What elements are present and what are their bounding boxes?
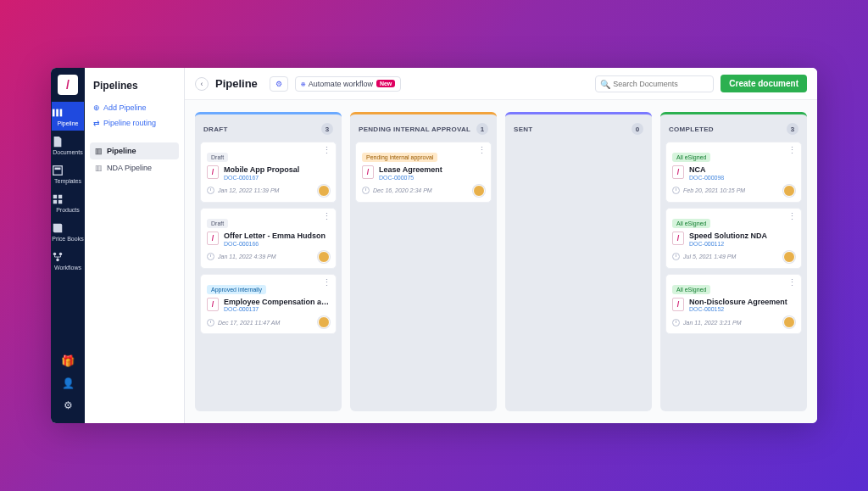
card-timestamp: Jan 11, 2022 3:21 PM	[683, 320, 742, 326]
svg-point-11	[57, 259, 60, 262]
card-menu-icon[interactable]: ⋮	[322, 279, 331, 286]
products-icon	[52, 193, 83, 205]
column-count: 3	[321, 123, 333, 135]
main-area: ‹ Pipeline ⚙ ⎈ Automate workflow New 🔍 C…	[185, 68, 817, 423]
settings-icon[interactable]: ⚙	[64, 399, 73, 411]
card-timestamp: Jan 12, 2022 11:39 PM	[218, 187, 279, 193]
assignee-avatar[interactable]	[783, 316, 795, 328]
rail-item-documents[interactable]: Documents	[52, 131, 83, 159]
rail-item-pipeline[interactable]: Pipeline	[52, 102, 83, 131]
card-menu-icon[interactable]: ⋮	[322, 147, 331, 153]
status-badge: Approved internally	[207, 285, 266, 294]
settings-button[interactable]: ⚙	[270, 76, 288, 92]
card-timestamp: Feb 20, 2021 10:15 PM	[683, 187, 745, 193]
svg-rect-5	[53, 195, 57, 198]
assignee-avatar[interactable]	[318, 185, 330, 197]
rail-item-label: Products	[56, 207, 80, 213]
status-badge: All eSigned	[672, 285, 710, 294]
assignee-avatar[interactable]	[473, 185, 485, 197]
nav-rail: / PipelineDocumentsTemplatesProductsPric…	[51, 68, 85, 423]
search-icon: 🔍	[600, 79, 610, 88]
sidebar-title: Pipelines	[93, 80, 175, 92]
svg-point-10	[59, 253, 63, 256]
document-card[interactable]: ⋮ Draft / Mobile App Proposal DOC-000167…	[200, 142, 337, 203]
sidebar-item-nda-pipeline[interactable]: ▥NDA Pipeline	[90, 159, 179, 176]
svg-rect-6	[58, 195, 62, 198]
documents-icon	[52, 136, 83, 148]
document-card[interactable]: ⋮ Pending internal approval / Lease Agre…	[355, 142, 492, 203]
gear-icon: ⚙	[275, 80, 282, 88]
column-header: SENT 0	[510, 120, 647, 142]
card-menu-icon[interactable]: ⋮	[787, 279, 797, 286]
card-timestamp: Jul 5, 2021 1:49 PM	[683, 254, 736, 259]
svg-rect-7	[53, 200, 57, 204]
document-card[interactable]: ⋮ Approved internally / Employee Compens…	[200, 274, 337, 335]
clock-icon	[672, 187, 680, 194]
assignee-avatar[interactable]	[783, 185, 795, 197]
card-menu-icon[interactable]: ⋮	[322, 213, 331, 220]
document-icon: /	[207, 232, 219, 245]
document-id: DOC-000075	[379, 175, 442, 181]
gift-icon[interactable]: 🎁	[61, 354, 75, 367]
kanban-board: DRAFT 3 ⋮ Draft / Mobile App Proposal DO…	[185, 100, 817, 423]
assignee-avatar[interactable]	[783, 251, 795, 263]
document-card[interactable]: ⋮ Draft / Offer Letter - Emma Hudson DOC…	[200, 208, 337, 269]
column-title: PENDING INTERNAL APPROVAL	[359, 126, 470, 133]
rail-item-label: Workflows	[54, 265, 81, 271]
sidebar-item-label: NDA Pipeline	[107, 164, 152, 172]
card-title: Employee Compensation and	[224, 298, 330, 307]
rail-item-workflows[interactable]: Workflows	[52, 246, 83, 275]
rail-item-pricebooks[interactable]: Price Books	[52, 217, 83, 246]
column-count: 1	[476, 123, 488, 135]
card-menu-icon[interactable]: ⋮	[787, 213, 797, 220]
column-header: COMPLETED 3	[665, 120, 802, 142]
rail-item-label: Templates	[54, 178, 81, 184]
create-document-button[interactable]: Create document	[721, 75, 807, 92]
pricebooks-icon	[52, 222, 83, 234]
add-pipeline-link[interactable]: ⊕ Add Pipeline	[90, 100, 179, 115]
app-logo[interactable]: /	[58, 75, 78, 95]
clock-icon	[207, 319, 214, 326]
rail-item-products[interactable]: Products	[52, 188, 83, 217]
column-draft: DRAFT 3 ⋮ Draft / Mobile App Proposal DO…	[195, 112, 342, 411]
svg-rect-8	[58, 200, 62, 204]
pipeline-routing-link[interactable]: ⇄ Pipeline routing	[90, 115, 179, 131]
column-title: COMPLETED	[669, 126, 714, 133]
automate-workflow-label: Automate workflow	[309, 80, 373, 88]
card-timestamp: Dec 17, 2021 11:47 AM	[218, 320, 280, 326]
rail-item-label: Documents	[53, 149, 82, 155]
card-title: Mobile App Proposal	[224, 165, 299, 175]
column-title: DRAFT	[203, 126, 228, 133]
document-id: DOC-000167	[224, 175, 299, 181]
status-badge: Draft	[207, 153, 228, 162]
sidebar: Pipelines ⊕ Add Pipeline ⇄ Pipeline rout…	[85, 68, 185, 423]
sidebar-item-label: Pipeline	[107, 147, 136, 155]
document-id: DOC-000098	[689, 175, 724, 181]
search-input[interactable]	[595, 75, 714, 92]
invite-icon[interactable]: 👤	[62, 377, 75, 389]
card-menu-icon[interactable]: ⋮	[477, 147, 487, 153]
pipeline-icon	[52, 107, 83, 119]
clock-icon	[362, 187, 370, 194]
card-menu-icon[interactable]: ⋮	[787, 147, 797, 153]
topbar: ‹ Pipeline ⚙ ⎈ Automate workflow New 🔍 C…	[185, 68, 817, 100]
automate-workflow-button[interactable]: ⎈ Automate workflow New	[295, 76, 401, 92]
document-card[interactable]: ⋮ All eSigned / Non-Disclosure Agreement…	[665, 274, 802, 335]
back-button[interactable]: ‹	[195, 77, 209, 91]
rail-item-templates[interactable]: Templates	[52, 159, 83, 188]
card-timestamp: Dec 16, 2020 2:34 PM	[373, 187, 432, 193]
document-card[interactable]: ⋮ All eSigned / NCA DOC-000098 Feb 20, 2…	[665, 142, 802, 203]
document-card[interactable]: ⋮ All eSigned / Speed Solutionz NDA DOC-…	[665, 208, 802, 269]
sidebar-item-pipeline[interactable]: ▥Pipeline	[90, 142, 179, 159]
search-wrap: 🔍	[595, 75, 714, 92]
column-sent: SENT 0	[505, 112, 652, 411]
column-completed: COMPLETED 3 ⋮ All eSigned / NCA DOC-0000…	[660, 112, 807, 411]
assignee-avatar[interactable]	[318, 251, 330, 263]
document-id: DOC-000137	[224, 306, 330, 312]
document-id: DOC-000112	[689, 241, 767, 247]
assignee-avatar[interactable]	[318, 316, 330, 328]
templates-icon	[52, 165, 83, 176]
status-badge: Pending internal approval	[362, 153, 437, 162]
columns-icon: ▥	[95, 147, 103, 155]
plus-circle-icon: ⊕	[93, 103, 100, 112]
